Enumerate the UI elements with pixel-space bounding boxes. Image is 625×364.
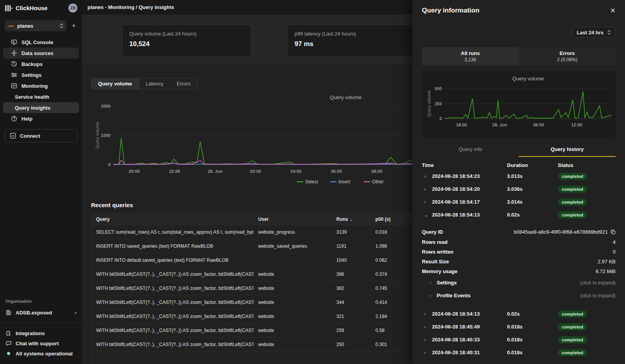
history-row[interactable]: › 2024-06-28 18:54:13 0.02s completed [422, 307, 616, 320]
add-workspace-button[interactable]: + [70, 22, 77, 29]
svg-text:08:00: 08:00 [371, 169, 382, 174]
connect-label: Connect [20, 133, 40, 139]
svg-text:Query volume: Query volume [330, 94, 362, 100]
detail-label: Memory usage [422, 268, 457, 274]
user-cell: website [254, 300, 332, 305]
query-information-panel: Query information ✕ Last 24 hrs All runs… [412, 0, 625, 364]
history-duration: 0.018s [507, 337, 558, 343]
detail-value: 0 [613, 249, 616, 255]
query-detail-section: Query ID b0845aa9-a8c9-49f0-8f68-e678669… [422, 227, 616, 302]
sidebar-item-label: Monitoring [21, 83, 48, 89]
history-row[interactable]: › 2024-06-28 18:45:49 0.018s completed [422, 320, 616, 333]
sidebar-item-data-sources[interactable]: Data sources [3, 48, 79, 59]
expand-chevron-icon[interactable]: › [424, 350, 427, 355]
system-status-link[interactable]: All systems operational [0, 348, 82, 359]
svg-text:Query volume: Query volume [512, 76, 544, 82]
expandable-section-row[interactable]: › Settings (click to expand) [422, 276, 616, 289]
column-header-status: Status [558, 162, 616, 168]
detail-value: 2.97 KB [598, 259, 616, 265]
history-row[interactable]: › 2024-06-28 18:40:31 0.018s completed [422, 346, 616, 359]
sidebar-item-service-health[interactable]: Service health [3, 91, 79, 102]
sidebar-item-sql-console[interactable]: SQL Console [3, 37, 79, 48]
sidebar: ClickHouse ZN aws planes + SQL Console D… [0, 0, 82, 364]
tab-errors[interactable]: Errors [170, 78, 197, 89]
aws-icon: aws [8, 24, 14, 28]
runs-cell: 321 [332, 314, 371, 319]
expand-chevron-icon[interactable]: ⌄ [424, 212, 427, 218]
tab-query-volume[interactable]: Query volume [91, 78, 139, 89]
expandable-section-row[interactable]: › Profile Events (click to expand) [422, 289, 616, 302]
tab-query-history[interactable]: Query history [519, 143, 616, 157]
detail-label: Result Size [422, 259, 449, 265]
svg-text:Insert: Insert [339, 179, 351, 185]
sidebar-item-help[interactable]: Help [3, 113, 79, 124]
copy-icon[interactable] [611, 229, 616, 234]
history-row[interactable]: › 2024-06-28 18:54:23 3.013s completed [422, 170, 616, 183]
history-duration: 0.018s [507, 350, 558, 355]
expand-chevron-icon[interactable]: › [424, 199, 427, 205]
svg-text:1000: 1000 [101, 133, 111, 138]
building-icon [5, 309, 12, 316]
expand-hint: (click to expand) [580, 280, 616, 286]
time-range-value: Last 24 hrs [577, 30, 604, 36]
expand-chevron-icon[interactable]: › [424, 337, 427, 343]
column-header-query[interactable]: Query [91, 217, 254, 222]
history-row[interactable]: ⌄ 2024-06-28 18:54:13 0.02s completed [422, 208, 616, 221]
sidebar-nav: SQL Console Data sources Backups Setting… [0, 37, 82, 124]
sidebar-item-backups[interactable]: Backups [3, 59, 79, 69]
detail-label: Rows read [422, 239, 448, 245]
status-badge: completed [558, 349, 587, 356]
history-row[interactable]: › 2024-06-28 18:54:20 3.036s completed [422, 183, 616, 195]
history-row[interactable]: › 2024-06-28 18:40:33 0.018s completed [422, 333, 616, 346]
svg-text:04:00: 04:00 [291, 169, 302, 174]
expand-chevron-icon: › [430, 293, 433, 298]
query-cell: WITH bitShiftLeft(CAST(?..), _CAST(?..))… [91, 328, 254, 333]
close-icon[interactable]: ✕ [610, 7, 616, 15]
runs-cell: 3139 [332, 229, 371, 235]
monitoring-chart-icon [11, 83, 17, 89]
tab-latency[interactable]: Latency [139, 78, 170, 89]
history-duration: 3.013s [507, 173, 558, 179]
column-header-time: Time [422, 162, 507, 168]
organization-heading: Organization [5, 299, 77, 304]
panel-title: Query information [422, 7, 479, 14]
chart-tabs: Query volume Latency Errors [91, 78, 198, 89]
history-duration: 0.02s [507, 212, 558, 218]
workspace-selector[interactable]: aws planes [5, 20, 66, 31]
history-row[interactable]: › 2024-06-28 18:54:17 3.014s completed [422, 195, 616, 208]
query-cell: WITH bitShiftLeft(CAST(?..), _CAST(?..))… [91, 286, 254, 291]
runs-cell: 344 [332, 300, 371, 305]
history-time: 2024-06-28 18:40:31 [432, 350, 480, 355]
organization-switcher[interactable]: ADSB.exposed › [5, 307, 77, 318]
history-table-header: Time Duration Status [422, 162, 616, 168]
chat-support-link[interactable]: Chat with support [0, 338, 82, 348]
integrations-link[interactable]: Integrations [0, 328, 82, 338]
chevron-right-icon: › [75, 309, 77, 316]
svg-text:Other: Other [372, 179, 384, 185]
svg-text:06:00: 06:00 [331, 169, 342, 174]
sidebar-item-label: Help [21, 116, 32, 122]
expand-chevron-icon[interactable]: › [424, 311, 427, 317]
tab-query-info[interactable]: Query info [422, 143, 519, 157]
sidebar-item-query-insights[interactable]: Query insights [3, 102, 79, 113]
expand-chevron-icon[interactable]: › [424, 186, 427, 192]
sidebar-item-monitoring[interactable]: Monitoring [3, 80, 79, 91]
data-sources-icon [11, 50, 17, 56]
user-avatar[interactable]: ZN [68, 4, 77, 12]
history-time: 2024-06-28 18:54:13 [432, 212, 480, 218]
status-dot-icon [7, 352, 10, 355]
panel-query-volume-chart: Query volumeQuery volume025050018:0028. … [422, 71, 616, 137]
segment-errors[interactable]: Errors 2 (0.06%) [519, 47, 616, 65]
sidebar-item-settings[interactable]: Settings [3, 69, 79, 80]
query-cell: INSERT INTO saved_queries (text) FORMAT … [91, 243, 254, 249]
svg-text:02:00: 02:00 [250, 169, 261, 174]
connect-button[interactable]: Connect [5, 129, 77, 142]
column-header-user[interactable]: User [254, 217, 332, 222]
expand-chevron-icon[interactable]: › [424, 324, 427, 330]
column-header-runs[interactable]: Runs⌄ [332, 217, 371, 222]
expand-chevron-icon[interactable]: › [424, 174, 427, 179]
segment-all-runs[interactable]: All runs 3,138 [422, 47, 519, 65]
history-duration: 3.036s [507, 186, 558, 192]
time-range-select[interactable]: Last 24 hrs [572, 27, 616, 38]
expandable-label: Profile Events [437, 293, 471, 298]
